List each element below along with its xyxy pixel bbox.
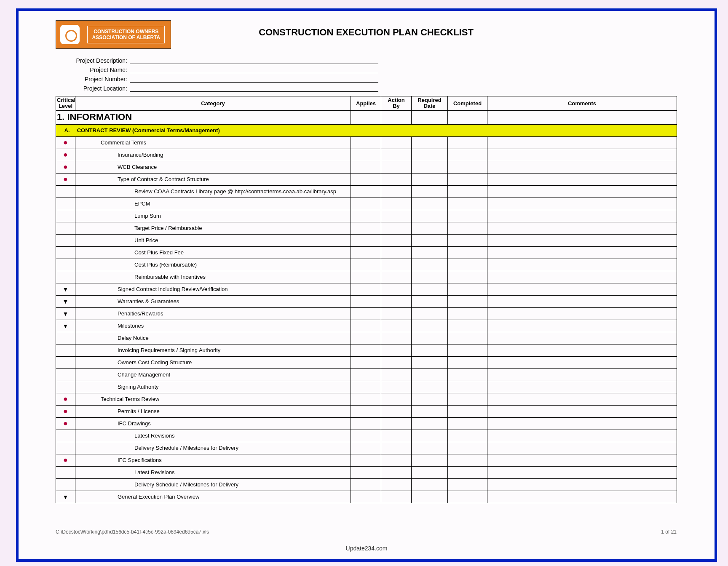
empty-cell [412,466,448,478]
category-cell: Delay Notice [75,332,351,344]
empty-cell [448,307,487,320]
empty-cell [351,478,381,491]
empty-cell [487,442,677,454]
category-cell: EPCM [75,198,351,210]
empty-cell [487,356,677,368]
empty-cell [351,430,381,442]
table-row: Owners Cost Coding Structure [56,356,677,368]
empty-cell [412,344,448,356]
empty-cell [412,246,448,259]
empty-cell [412,332,448,344]
col-critical: Critical Level [56,96,75,111]
empty-cell [381,430,412,442]
empty-cell [56,466,75,478]
empty-cell [381,381,412,393]
meta-label: Project Description: [56,57,130,64]
section-title: 1. INFORMATION [56,110,351,124]
subsection-header-row: A. CONTRACT REVIEW (Commercial Terms/Man… [56,124,677,136]
empty-cell [412,442,448,454]
bullet-icon: ● [56,149,75,161]
empty-cell [412,234,448,246]
empty-cell [381,246,412,259]
empty-cell [381,234,412,246]
category-cell: Milestones [75,320,351,332]
empty-cell [487,491,677,503]
empty-cell [351,271,381,283]
empty-cell [351,442,381,454]
empty-cell [448,356,487,368]
empty-cell [448,320,487,332]
empty-cell [351,185,381,198]
table-row: Delivery Schedule / Milestones for Deliv… [56,442,677,454]
category-cell: Lump Sum [75,210,351,222]
empty-cell [351,161,381,173]
empty-cell [351,222,381,234]
empty-cell [56,259,75,271]
category-cell: Reimbursable with Incentives [75,271,351,283]
empty-cell [381,417,412,430]
empty-cell [412,198,448,210]
empty-cell [381,259,412,271]
empty-cell [381,149,412,161]
empty-cell [448,417,487,430]
empty-cell [448,430,487,442]
empty-cell [56,356,75,368]
empty-cell [448,271,487,283]
document-frame: CONSTRUCTION EXECUTION PLAN CHECKLIST CO… [16,8,717,562]
empty-cell [351,173,381,185]
empty-cell [487,393,677,405]
meta-row: Project Description: [56,55,677,64]
category-cell: Target Price / Reimbursable [75,222,351,234]
empty-cell [412,283,448,295]
table-row: ●IFC Drawings [56,417,677,430]
empty-cell [448,332,487,344]
empty-cell [351,246,381,259]
triangle-icon: ▼ [56,307,75,320]
empty-cell [56,332,75,344]
empty-cell [448,283,487,295]
bullet-icon: ● [56,393,75,405]
empty-cell [412,381,448,393]
empty-cell [412,368,448,381]
empty-cell [487,454,677,466]
empty-cell [351,234,381,246]
subsection-title: CONTRACT REVIEW (Commercial Terms/Manage… [77,127,220,133]
empty-cell [351,393,381,405]
col-category: Category [75,96,351,111]
meta-blank-line [130,65,378,73]
empty-cell [412,173,448,185]
empty-cell [487,161,677,173]
empty-cell [448,149,487,161]
empty-cell [448,185,487,198]
empty-cell [487,149,677,161]
triangle-icon: ▼ [56,491,75,503]
category-cell: Technical Terms Review [75,393,351,405]
triangle-icon: ▼ [56,295,75,307]
empty-cell [412,478,448,491]
table-row: Lump Sum [56,210,677,222]
table-header-row: Critical Level Category Applies Action B… [56,96,677,111]
empty-cell [381,320,412,332]
empty-cell [487,210,677,222]
table-row: ●Commercial Terms [56,136,677,149]
empty-cell [487,259,677,271]
empty-cell [487,185,677,198]
empty-cell [381,185,412,198]
category-cell: Review COAA Contracts Library page @ htt… [75,185,351,198]
category-cell: Change Management [75,368,351,381]
category-cell: Penalties/Rewards [75,307,351,320]
empty-cell [448,110,487,124]
empty-cell [487,222,677,234]
empty-cell [487,417,677,430]
empty-cell [412,149,448,161]
table-row: ●IFC Specifications [56,454,677,466]
empty-cell [487,307,677,320]
category-cell: IFC Specifications [75,454,351,466]
bullet-icon: ● [56,161,75,173]
category-cell: Type of Contract & Contract Structure [75,173,351,185]
empty-cell [381,368,412,381]
empty-cell [487,271,677,283]
empty-cell [381,466,412,478]
empty-cell [487,173,677,185]
empty-cell [448,234,487,246]
